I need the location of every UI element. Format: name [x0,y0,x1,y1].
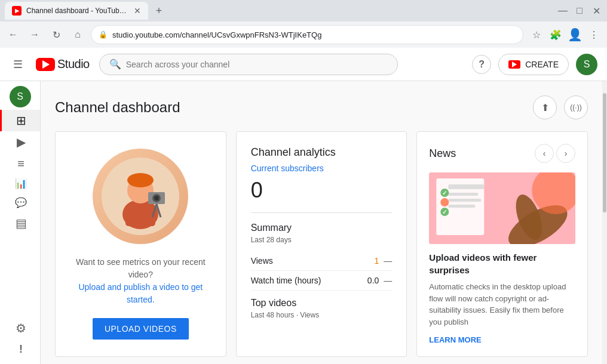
dashboard-grid: Want to see metrics on your recent video… [55,131,588,357]
upload-card: Want to see metrics on your recent video… [55,131,226,357]
learn-more-link[interactable]: LEARN MORE [429,335,481,344]
svg-rect-12 [449,184,485,189]
camera-illustration [102,158,179,235]
summary-title: Summary [251,223,393,233]
user-avatar-button[interactable]: S [576,54,597,75]
active-tab[interactable]: ▶ Channel dashboard - YouTube S... ✕ [5,2,148,20]
refresh-button[interactable]: ↻ [48,26,65,43]
svg-point-7 [154,196,159,200]
studio-logo-text: Studio [57,57,90,71]
views-value: 1 — [375,256,393,266]
scrollbar-track[interactable] [602,81,607,364]
divider [251,212,393,213]
svg-point-4 [127,173,154,187]
lock-icon: 🔒 [99,30,108,39]
sidebar-item-content[interactable]: ▶ [0,131,40,153]
app-header: ☰ Studio 🔍 ? CREATE S [0,48,607,81]
help-button[interactable]: ? [472,55,491,74]
search-input[interactable] [126,60,388,69]
go-live-button[interactable]: ((·)) [564,95,588,119]
sidebar: S ⊞ ▶ ≡ 📊 💬 ▤ [0,81,41,364]
sidebar-item-comments[interactable]: 💬 [0,193,40,212]
new-tab-button[interactable]: + [151,2,167,19]
svg-rect-13 [449,193,479,196]
comments-icon: 💬 [15,198,27,208]
main-layout: S ⊞ ▶ ≡ 📊 💬 ▤ [0,81,607,364]
upload-link[interactable]: Upload and publish a video to get starte… [78,282,203,304]
page-header: Channel dashboard ⬆ ((·)) [55,95,588,119]
hamburger-menu-button[interactable]: ☰ [10,58,26,71]
browser-toolbar-right: ☆ 🧩 👤 ⋮ [528,26,602,43]
analytics-title: Channel analytics [251,146,393,159]
news-image: ✓ ✓ [429,172,575,244]
search-bar[interactable]: 🔍 [99,54,398,75]
sidebar-item-settings[interactable]: ⚙ [0,317,40,339]
sidebar-item-playlists[interactable]: ▤ [0,212,40,234]
scrollbar-thumb[interactable] [603,93,606,212]
svg-text:✓: ✓ [443,190,447,196]
back-button[interactable]: ← [5,26,22,43]
page-header-actions: ⬆ ((·)) [533,95,588,119]
playlists-icon: ▤ [16,217,27,229]
browser-account-icon[interactable]: 👤 [566,26,583,43]
top-videos-period: Last 48 hours · Views [251,311,393,319]
news-article-body: Automatic checks in the desktop upload f… [429,281,575,328]
svg-rect-15 [449,205,476,208]
tab-close-button[interactable]: ✕ [134,6,141,16]
create-label: CREATE [525,60,559,69]
sidebar-user-avatar[interactable]: S [10,86,31,107]
app-container: ☰ Studio 🔍 ? CREATE S [0,48,607,364]
sidebar-item-dashboard[interactable]: ⊞ [0,110,40,131]
upload-icon-button[interactable]: ⬆ [533,95,557,119]
dashboard-icon: ⊞ [16,115,26,127]
upload-illustration [93,149,188,244]
upload-videos-button[interactable]: UPLOAD VIDEOS [93,318,189,340]
news-nav: ‹ › [535,144,575,163]
news-prev-button[interactable]: ‹ [535,144,554,163]
close-button[interactable]: ✕ [590,5,602,17]
sidebar-item-feedback[interactable]: ! [0,339,40,359]
news-next-button[interactable]: › [556,144,575,163]
watch-time-value: 0.0 — [367,276,392,285]
svg-rect-2 [125,205,155,226]
address-bar-row: ← → ↻ ⌂ 🔒 studio.youtube.com/channel/UCs… [0,21,607,48]
top-videos-title: Top videos [251,298,393,309]
create-button[interactable]: CREATE [498,54,569,75]
browser-more-icon[interactable]: ⋮ [585,26,602,43]
current-subscribers-label[interactable]: Current subscribers [251,164,393,173]
content-area: Channel dashboard ⬆ ((·)) [41,81,602,364]
maximize-button[interactable]: □ [574,5,585,16]
news-illustration: ✓ ✓ [429,172,575,244]
url-text: studio.youtube.com/channel/UCsvGxwpnFRsN… [112,30,321,39]
address-bar[interactable]: 🔒 studio.youtube.com/channel/UCsvGxwpnFR… [91,25,523,44]
svg-rect-14 [449,199,482,202]
create-video-icon [508,60,520,69]
header-right: ? CREATE S [472,54,597,75]
tab-title: Channel dashboard - YouTube S... [26,7,129,15]
tab-bar: ▶ Channel dashboard - YouTube S... ✕ + —… [0,0,607,21]
sidebar-item-subtitles[interactable]: ≡ [0,153,40,174]
subtitles-icon: ≡ [17,158,24,169]
subscribers-value: 0 [251,178,393,203]
extensions-icon[interactable]: 🧩 [547,26,564,43]
search-icon: 🔍 [109,58,121,70]
forward-button[interactable]: → [26,26,43,43]
analytics-icon: 📊 [15,179,27,189]
sidebar-item-analytics[interactable]: 📊 [0,174,40,193]
page-title: Channel dashboard [55,99,180,116]
youtube-studio-logo: Studio [36,57,90,71]
bookmark-icon[interactable]: ☆ [528,26,545,43]
watch-time-metric-row: Watch time (hours) 0.0 — [251,271,393,291]
summary-period: Last 28 days [251,236,393,244]
news-title: News [429,147,456,160]
upload-arrow-icon: ⬆ [541,102,549,113]
minimize-button[interactable]: — [557,5,569,16]
home-button[interactable]: ⌂ [69,26,86,43]
youtube-logo-icon [36,58,55,71]
views-metric-row: Views 1 — [251,251,393,271]
feedback-icon: ! [19,344,23,354]
content-icon: ▶ [17,136,26,148]
content-wrapper: Channel dashboard ⬆ ((·)) [41,81,607,364]
analytics-card: Channel analytics Current subscribers 0 … [236,131,407,357]
svg-text:✓: ✓ [443,209,447,215]
